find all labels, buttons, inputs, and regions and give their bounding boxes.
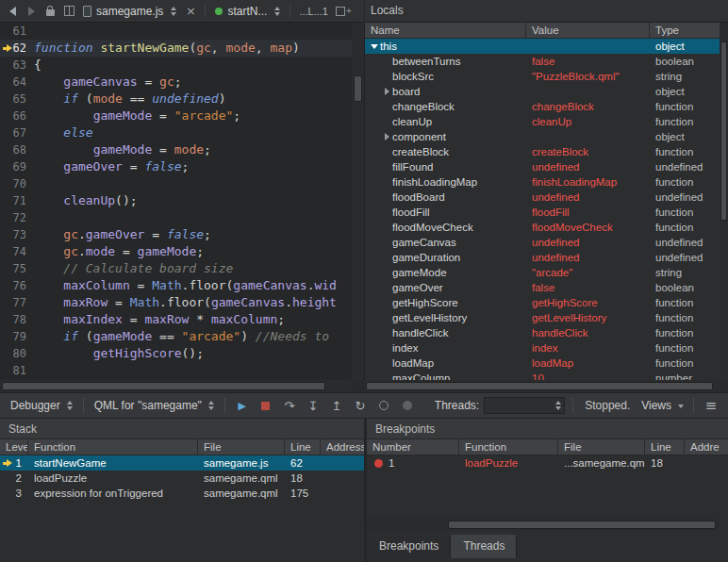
continue-button[interactable]: ▶ bbox=[233, 396, 252, 415]
code-line-69[interactable]: 69 gameOver = false; bbox=[0, 158, 352, 175]
locals-row-gameOver[interactable]: gameOverfalseboolean bbox=[365, 280, 720, 295]
editor-horizontal-scrollbar[interactable] bbox=[0, 380, 352, 392]
split-button[interactable] bbox=[59, 1, 78, 22]
locals-row-board[interactable]: boardobject bbox=[365, 84, 720, 99]
locals-horizontal-scrollbar-thumb[interactable] bbox=[366, 382, 713, 390]
line-number-gutter[interactable]: 76 bbox=[0, 277, 34, 294]
code-line-79[interactable]: 79 if (gameMode == "arcade") //Needs to bbox=[0, 328, 352, 345]
engine-selector[interactable]: QML for "samegame" bbox=[91, 396, 217, 415]
collapse-icon[interactable] bbox=[369, 39, 380, 54]
line-number-gutter[interactable]: 72 bbox=[0, 209, 34, 226]
line-number-gutter[interactable]: 75 bbox=[0, 260, 34, 277]
line-number-gutter[interactable]: 65 bbox=[0, 91, 34, 107]
line-number-gutter[interactable]: 66 bbox=[0, 107, 34, 124]
line-number-gutter[interactable]: 71 bbox=[0, 192, 34, 209]
column-header-line[interactable]: Line bbox=[285, 439, 321, 455]
code-line-72[interactable]: 72 bbox=[0, 209, 352, 226]
tab-threads[interactable]: Threads bbox=[451, 535, 517, 558]
column-header-value[interactable]: Value bbox=[526, 23, 650, 38]
locals-row-changeBlock[interactable]: changeBlockchangeBlockfunction bbox=[365, 99, 720, 114]
code-line-81[interactable]: 81 bbox=[0, 362, 352, 379]
locals-row-floodBoard[interactable]: floodBoardundefinedundefined bbox=[365, 190, 720, 205]
locals-row-createBlock[interactable]: createBlockcreateBlockfunction bbox=[365, 144, 720, 159]
forward-button[interactable] bbox=[22, 1, 41, 22]
snapshot-button[interactable] bbox=[374, 396, 393, 415]
locals-row-gameDuration[interactable]: gameDurationundefinedundefined bbox=[365, 250, 720, 265]
locals-row-floodMoveCheck[interactable]: floodMoveCheckfloodMoveCheckfunction bbox=[365, 220, 720, 235]
code-line-66[interactable]: 66 gameMode = "arcade"; bbox=[0, 107, 352, 124]
code-line-65[interactable]: 65 if (mode == undefined) bbox=[0, 91, 352, 107]
expand-icon[interactable] bbox=[381, 129, 392, 144]
column-header-number[interactable]: Number bbox=[367, 439, 459, 455]
column-header-name[interactable]: Name bbox=[365, 23, 526, 38]
editor-horizontal-scrollbar-thumb[interactable] bbox=[2, 382, 325, 390]
expand-icon[interactable] bbox=[381, 84, 392, 99]
locals-row-fillFound[interactable]: fillFoundundefinedundefined bbox=[365, 159, 720, 174]
column-header-type[interactable]: Type bbox=[650, 23, 720, 38]
code-line-61[interactable]: 61 bbox=[0, 23, 352, 40]
locals-row-this[interactable]: thisobject bbox=[365, 39, 720, 54]
add-split-button[interactable]: + bbox=[336, 7, 352, 16]
locals-row-cleanUp[interactable]: cleanUpcleanUpfunction bbox=[365, 114, 720, 129]
close-document-button[interactable]: × bbox=[181, 1, 200, 22]
locals-row-component[interactable]: componentobject bbox=[365, 129, 720, 144]
code-line-74[interactable]: 74 gc.mode = gameMode; bbox=[0, 243, 352, 260]
column-header-file[interactable]: File bbox=[558, 439, 645, 455]
locals-row-gameMode[interactable]: gameMode"arcade"string bbox=[365, 265, 720, 280]
debugger-menu[interactable]: Debugger bbox=[8, 396, 75, 415]
step-into-button[interactable]: ↧ bbox=[304, 396, 323, 415]
column-header-level[interactable]: Level bbox=[0, 439, 28, 455]
locals-row-blockSrc[interactable]: blockSrc"PuzzleBlock.qml"string bbox=[365, 69, 720, 84]
line-number-gutter[interactable]: 74 bbox=[0, 243, 34, 260]
locals-row-loadMap[interactable]: loadMaploadMapfunction bbox=[365, 355, 720, 371]
threads-selector[interactable] bbox=[484, 397, 565, 414]
line-number-gutter[interactable]: 61 bbox=[0, 23, 34, 40]
line-number-gutter[interactable]: 80 bbox=[0, 345, 34, 362]
code-line-78[interactable]: 78 maxIndex = maxRow * maxColumn; bbox=[0, 311, 352, 328]
menu-icon[interactable]: ≡ bbox=[702, 396, 720, 415]
column-header-address[interactable]: Addre bbox=[685, 439, 728, 455]
locals-row-floodFill[interactable]: floodFillfloodFillfunction bbox=[365, 205, 720, 220]
line-number-gutter[interactable]: 70 bbox=[0, 175, 34, 192]
line-number-gutter[interactable]: 77 bbox=[0, 294, 34, 311]
line-number-gutter[interactable]: 67 bbox=[0, 124, 34, 141]
locals-row-getLevelHistory[interactable]: getLevelHistorygetLevelHistoryfunction bbox=[365, 310, 720, 325]
restart-button[interactable]: ↻ bbox=[351, 396, 370, 415]
stop-button[interactable] bbox=[256, 396, 275, 415]
locals-row-index[interactable]: indexindexfunction bbox=[365, 340, 720, 355]
code-line-63[interactable]: 63{ bbox=[0, 57, 352, 74]
stack-frame-row[interactable]: 3expression for onTriggeredsamegame.qml1… bbox=[0, 486, 364, 501]
line-number-gutter[interactable]: 68 bbox=[0, 141, 34, 158]
step-out-button[interactable]: ↥ bbox=[327, 396, 346, 415]
column-header-function[interactable]: Function bbox=[459, 439, 558, 455]
locals-row-gameCanvas[interactable]: gameCanvasundefinedundefined bbox=[365, 235, 720, 250]
stack-frame-row[interactable]: 2loadPuzzlesamegame.qml18 bbox=[0, 471, 364, 486]
breakpoints-horizontal-scrollbar-thumb[interactable] bbox=[448, 521, 716, 529]
symbol-selector[interactable]: startN... bbox=[210, 1, 285, 22]
code-line-68[interactable]: 68 gameMode = mode; bbox=[0, 141, 352, 158]
tab-breakpoints[interactable]: Breakpoints bbox=[367, 535, 451, 558]
locals-row-betweenTurns[interactable]: betweenTurnsfalseboolean bbox=[365, 54, 720, 69]
locals-row-finishLoadingMap[interactable]: finishLoadingMapfinishLoadingMapfunction bbox=[365, 174, 720, 190]
locals-row-getHighScore[interactable]: getHighScoregetHighScorefunction bbox=[365, 295, 720, 310]
line-number-gutter[interactable]: 64 bbox=[0, 74, 34, 91]
locals-row-maxColumn[interactable]: maxColumn10number bbox=[365, 371, 720, 380]
step-over-button[interactable]: ↷ bbox=[280, 396, 299, 415]
stack-frame-row[interactable]: 1startNewGamesamegame.js62 bbox=[0, 455, 364, 471]
line-number-gutter[interactable]: 78 bbox=[0, 311, 34, 328]
locals-vertical-scrollbar-thumb[interactable] bbox=[720, 41, 727, 221]
code-editor[interactable]: 6162function startNewGame(gc, mode, map)… bbox=[0, 23, 352, 380]
breakpoints-horizontal-scrollbar[interactable] bbox=[367, 519, 720, 531]
code-line-75[interactable]: 75 // Calculate board size bbox=[0, 260, 352, 277]
line-number-gutter[interactable]: 62 bbox=[0, 40, 34, 57]
editor-vertical-scrollbar-thumb[interactable] bbox=[354, 75, 362, 102]
code-line-67[interactable]: 67 else bbox=[0, 124, 352, 141]
column-header-file[interactable]: File bbox=[198, 439, 285, 455]
code-line-76[interactable]: 76 maxColumn = Math.floor(gameCanvas.wid bbox=[0, 277, 352, 294]
line-number-gutter[interactable]: 73 bbox=[0, 226, 34, 243]
back-button[interactable] bbox=[3, 1, 22, 22]
code-line-62[interactable]: 62function startNewGame(gc, mode, map) bbox=[0, 40, 352, 57]
code-line-77[interactable]: 77 maxRow = Math.floor(gameCanvas.height bbox=[0, 294, 352, 311]
lock-button[interactable] bbox=[41, 1, 59, 22]
line-number-gutter[interactable]: 63 bbox=[0, 57, 34, 74]
